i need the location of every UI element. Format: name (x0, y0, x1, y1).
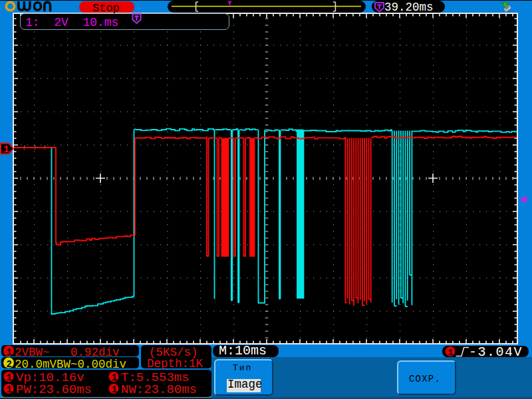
svg-text:39.20ms: 39.20ms (384, 1, 434, 14)
svg-text:2: 2 (7, 359, 12, 370)
svg-text:1: 1 (3, 144, 9, 156)
svg-text:1: 1 (7, 384, 12, 395)
svg-text:1: 1 (112, 384, 117, 395)
svg-text:1: 1 (7, 347, 12, 358)
svg-text:1: 1 (7, 372, 12, 383)
svg-text:1: 1 (448, 348, 454, 358)
svg-text:1: 1 (112, 372, 117, 383)
